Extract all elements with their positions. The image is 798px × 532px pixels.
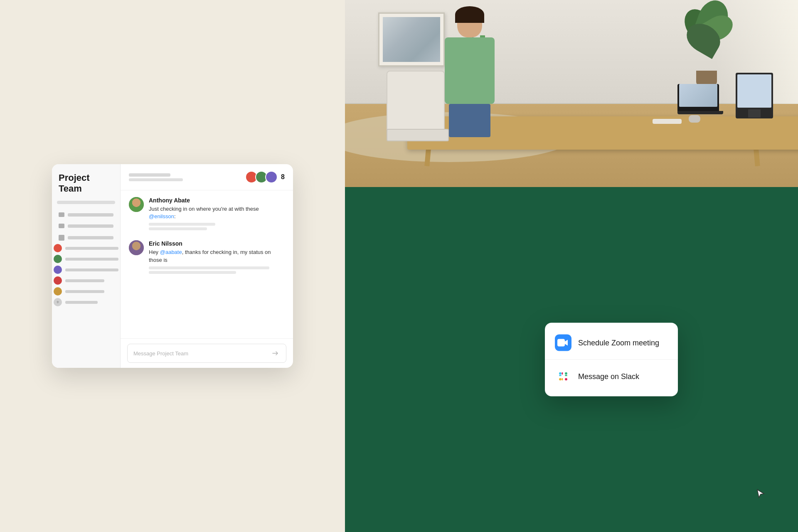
sidebar-compose-item[interactable]: [57, 233, 115, 242]
msg-text-prefix-1: Just checking in on where you're at with…: [149, 206, 259, 212]
svg-rect-2: [559, 375, 562, 376]
svg-rect-3: [559, 378, 562, 381]
header-avatars: 8: [245, 171, 285, 183]
sidebar-search-placeholder: [57, 201, 115, 204]
laptop: [677, 82, 727, 116]
monitor: [736, 73, 773, 118]
svg-rect-5: [565, 372, 567, 375]
chat-input-wrapper[interactable]: Message Project Team: [127, 344, 286, 363]
laptop-base: [677, 111, 723, 114]
header-count: 8: [281, 173, 285, 181]
sidebar-item-label: [68, 213, 113, 217]
chat-header: 8: [121, 164, 293, 190]
avatar-darkred: [54, 276, 62, 285]
zoom-icon-svg: [557, 339, 569, 347]
zoom-action-label: Schedule Zoom meeting: [578, 338, 659, 347]
slack-icon-container: [555, 368, 571, 385]
avatar-green: [54, 255, 62, 263]
sidebar-dm-item-5[interactable]: [54, 287, 118, 296]
svg-rect-1: [559, 372, 562, 375]
avatar-anthony: [129, 197, 144, 212]
laptop-screen: [677, 84, 719, 111]
mention-1[interactable]: @enilsson: [149, 213, 174, 219]
sidebar-folder-item-2[interactable]: [57, 222, 115, 230]
message-row-1: Anthony Abate Just checking in on where …: [129, 197, 285, 232]
app-title: Project Team: [52, 172, 120, 201]
header-text: [129, 173, 183, 181]
sidebar-item-label: [68, 224, 113, 228]
dm-name-placeholder: [65, 247, 118, 250]
sidebar-add-dm[interactable]: +: [54, 298, 118, 306]
slack-icon-svg: [557, 371, 569, 382]
send-button[interactable]: [270, 348, 280, 358]
avatar-orange: [54, 287, 62, 296]
msg-author-1: Anthony Abate: [149, 197, 285, 204]
plant-leaves: [682, 0, 732, 71]
right-panel: Schedule Zoom meeting: [345, 0, 798, 532]
msg-content-1: Anthony Abate Just checking in on where …: [149, 197, 285, 232]
sidebar-dm-item-3[interactable]: [54, 266, 118, 274]
zoom-icon-container: [555, 335, 571, 351]
monitor-screen: [737, 74, 771, 108]
person-hair: [455, 6, 484, 23]
sidebar-dm-item-2[interactable]: [54, 255, 118, 263]
photo-section: [345, 0, 798, 187]
header-line2: [129, 178, 183, 181]
avatar-purple: [54, 266, 62, 274]
monitor-stand: [748, 109, 761, 118]
mouse: [689, 115, 700, 123]
person-body: [445, 37, 495, 104]
message-row-2: Eric Nilsson Hey @aabate, thanks for che…: [129, 240, 285, 275]
chat-app-window: Project Team: [52, 164, 293, 368]
msg-text-2: Hey @aabate, thanks for checking in, my …: [149, 249, 285, 264]
msg-placeholder-2b: [149, 271, 236, 274]
chat-input-placeholder[interactable]: Message Project Team: [133, 350, 267, 357]
svg-rect-4: [562, 378, 563, 381]
msg-author-2: Eric Nilsson: [149, 240, 285, 247]
header-avatar-3: [265, 171, 278, 183]
svg-rect-0: [557, 339, 565, 347]
laptop-display: [679, 84, 717, 107]
sidebar-dm-item-4[interactable]: [54, 276, 118, 285]
msg-text-prefix-2: Hey: [149, 249, 160, 255]
person: [428, 8, 511, 133]
msg-placeholder-2a: [149, 266, 269, 269]
msg-placeholder-1a: [149, 223, 215, 226]
sidebar-compose-label: [68, 236, 113, 239]
chat-input-area: Message Project Team: [121, 338, 293, 368]
sidebar-folder-item-1[interactable]: [57, 211, 115, 219]
cursor: [756, 489, 765, 499]
compose-icon: [59, 235, 64, 241]
left-panel: Project Team: [0, 0, 345, 532]
svg-rect-6: [565, 375, 567, 376]
send-icon: [272, 350, 278, 357]
msg-text-1: Just checking in on where you're at with…: [149, 205, 285, 220]
svg-rect-8: [562, 372, 563, 375]
dm-name-placeholder: [65, 290, 104, 293]
header-line1: [129, 173, 170, 177]
dm-name-placeholder: [65, 258, 118, 261]
action-menu: Schedule Zoom meeting: [545, 323, 678, 397]
dm-name-placeholder: [65, 279, 104, 282]
folder-icon: [59, 212, 64, 217]
message-slack-item[interactable]: Message on Slack: [545, 360, 678, 393]
sidebar-dm-item-1[interactable]: [54, 244, 118, 252]
svg-rect-7: [565, 378, 567, 381]
chat-sidebar: Project Team: [52, 164, 121, 368]
add-dm-icon[interactable]: +: [54, 298, 62, 306]
avatar-eric: [129, 240, 144, 255]
msg-text-suffix-1: :: [174, 213, 176, 219]
msg-content-2: Eric Nilsson Hey @aabate, thanks for che…: [149, 240, 285, 275]
chat-main: 8 Anthony Abate Just checking in on wher…: [121, 164, 293, 368]
schedule-zoom-item[interactable]: Schedule Zoom meeting: [545, 326, 678, 360]
desk-scene: [345, 0, 798, 187]
mention-2[interactable]: @aabate: [160, 249, 182, 255]
plant: [682, 0, 732, 83]
green-section: Schedule Zoom meeting: [345, 187, 798, 532]
slack-action-label: Message on Slack: [578, 372, 639, 381]
person-head: [457, 8, 482, 37]
keyboard: [653, 119, 682, 124]
dm-name-placeholder: [65, 268, 118, 271]
chat-messages: Anthony Abate Just checking in on where …: [121, 190, 293, 338]
cursor-svg: [756, 489, 765, 499]
